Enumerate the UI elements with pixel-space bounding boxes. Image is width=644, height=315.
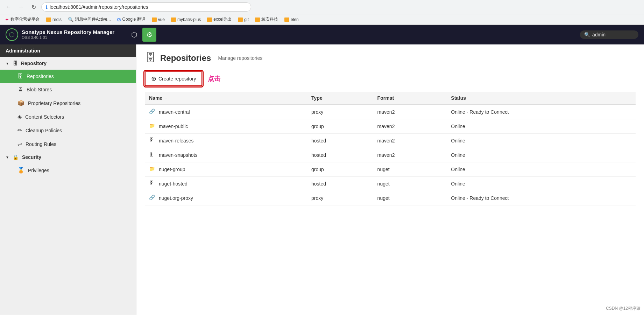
table-row[interactable]: 📁 nuget-group group nuget Online xyxy=(145,162,636,177)
sidebar-privileges-label: Privileges xyxy=(28,168,49,173)
toolbar: ⊕ Create repository 点击 xyxy=(145,71,636,86)
cleanup-icon: ✏ xyxy=(17,127,22,134)
app-logo-icon: ⬡ xyxy=(6,28,18,41)
content-header-icon: 🗄 xyxy=(145,51,156,64)
cell-format: maven2 xyxy=(373,105,447,119)
repo-name: maven-public xyxy=(159,124,188,129)
plus-icon: ⊕ xyxy=(151,75,156,83)
sidebar-item-blob-stores[interactable]: 🖥 Blob Stores xyxy=(0,83,136,96)
app-version: OSS 3.40.1-01 xyxy=(22,35,114,40)
sidebar-routing-label: Routing Rules xyxy=(26,141,56,147)
bookmark-redis[interactable]: redis xyxy=(45,16,63,23)
cell-name: 🗄 maven-releases xyxy=(145,134,307,148)
repo-icon: 🔗 xyxy=(149,195,156,202)
cell-type: hosted xyxy=(307,177,373,191)
col-header-format[interactable]: Format xyxy=(373,92,447,105)
cell-name: 🗄 maven-snapshots xyxy=(145,148,307,162)
sidebar-item-privileges[interactable]: 🏅 Privileges xyxy=(0,163,136,177)
page-subtitle: Manage repositories xyxy=(218,55,262,61)
sidebar-item-routing-rules[interactable]: ⇌ Routing Rules xyxy=(0,137,136,151)
sidebar-item-content-selectors[interactable]: ◈ Content Selectors xyxy=(0,110,136,124)
bookmark-git[interactable]: git xyxy=(236,16,250,23)
privileges-icon: 🏅 xyxy=(17,167,24,174)
col-header-name[interactable]: Name ↑ xyxy=(145,92,307,105)
cell-format: nuget xyxy=(373,177,447,191)
sidebar-item-repositories[interactable]: 🗄 Repositories xyxy=(0,70,136,83)
table-row[interactable]: 🗄 nuget-hosted hosted nuget Online xyxy=(145,177,636,191)
bookmark-label: excel导出 xyxy=(213,16,232,22)
search-icon: 🔍 xyxy=(584,32,590,37)
repositories-table: Name ↑ Type Format Status 🔗 maven-centra… xyxy=(145,92,636,205)
address-bar[interactable]: ℹ xyxy=(41,2,251,12)
blob-stores-icon: 🖥 xyxy=(17,86,23,93)
bookmark-zhu[interactable]: 筑安科技 xyxy=(254,16,279,23)
table-row[interactable]: 🗄 maven-snapshots hosted maven2 Online xyxy=(145,148,636,162)
main-area: Administration ▼ 🗄 Repository 🗄 Reposito… xyxy=(0,44,644,315)
create-repository-label: Create repository xyxy=(158,76,196,82)
browser-chrome: ← → ↻ ℹ ✦ 数字化营销平台 redis 🔍 消息中间件Active...… xyxy=(0,0,644,25)
bookmark-digita[interactable]: ✦ 数字化营销平台 xyxy=(3,16,41,23)
repo-icon: 🗄 xyxy=(149,180,156,187)
repo-name: nuget.org-proxy xyxy=(159,195,193,201)
sidebar-db-icon: 🗄 xyxy=(13,61,17,66)
repo-name: nuget-group xyxy=(159,167,185,172)
cell-type: hosted xyxy=(307,134,373,148)
back-button[interactable]: ← xyxy=(3,2,13,12)
repo-icon: 📁 xyxy=(149,123,156,130)
col-header-status[interactable]: Status xyxy=(447,92,636,105)
cell-format: maven2 xyxy=(373,148,447,162)
header-search[interactable]: 🔍 xyxy=(580,30,638,39)
sidebar-proprietary-label: Proprietary Repositories xyxy=(28,100,80,106)
admin-button[interactable]: ⚙ xyxy=(142,28,156,42)
cell-status: Online xyxy=(447,148,636,162)
cell-type: proxy xyxy=(307,191,373,205)
cell-format: maven2 xyxy=(373,134,447,148)
refresh-button[interactable]: ↻ xyxy=(29,2,38,12)
table-row[interactable]: 🗄 maven-releases hosted maven2 Online xyxy=(145,134,636,148)
cell-name: 🗄 nuget-hosted xyxy=(145,177,307,191)
header-nav-buttons: ⬡ ⚙ xyxy=(127,28,156,42)
col-header-type[interactable]: Type xyxy=(307,92,373,105)
browse-button[interactable]: ⬡ xyxy=(127,28,141,42)
arrow-down-icon: ▼ xyxy=(6,62,9,65)
sidebar-item-cleanup-policies[interactable]: ✏ Cleanup Policies xyxy=(0,124,136,137)
repo-icon: 🔗 xyxy=(149,108,156,115)
sidebar-content-selectors-label: Content Selectors xyxy=(25,114,64,120)
cell-name: 🔗 maven-central xyxy=(145,105,307,119)
table-row[interactable]: 📁 maven-public group maven2 Online xyxy=(145,119,636,134)
repositories-icon: 🗄 xyxy=(17,73,23,79)
sidebar: Administration ▼ 🗄 Repository 🗄 Reposito… xyxy=(0,44,136,315)
bookmark-label: vue xyxy=(158,17,165,22)
repo-name: maven-releases xyxy=(159,138,194,144)
sidebar-repository-group[interactable]: ▼ 🗄 Repository xyxy=(0,57,136,70)
app-logo-text: Sonatype Nexus Repository Manager OSS 3.… xyxy=(22,29,114,40)
search-input[interactable] xyxy=(592,32,634,37)
cell-type: group xyxy=(307,162,373,177)
sidebar-blob-stores-label: Blob Stores xyxy=(27,87,52,92)
content-selectors-icon: ◈ xyxy=(17,113,22,120)
page-title: Repositories xyxy=(160,53,211,63)
sidebar-item-proprietary[interactable]: 📦 Proprietary Repositories xyxy=(0,96,136,110)
url-input[interactable] xyxy=(50,4,247,10)
bookmark-excel[interactable]: excel导出 xyxy=(206,16,233,23)
content-header: 🗄 Repositories Manage repositories xyxy=(145,51,636,64)
bookmark-label: git xyxy=(244,17,249,22)
cell-name: 📁 maven-public xyxy=(145,119,307,134)
bookmark-label: 筑安科技 xyxy=(261,16,278,22)
sidebar-security-group[interactable]: ▼ 🔒 Security xyxy=(0,151,136,163)
dianji-label: 点击 xyxy=(208,75,220,83)
bookmark-mq[interactable]: 🔍 消息中间件Active... xyxy=(66,16,112,23)
bookmark-mybatis[interactable]: mybatis-plus xyxy=(170,16,202,23)
bookmark-vue[interactable]: vue xyxy=(150,16,166,23)
sort-icon: ↑ xyxy=(165,97,167,100)
cell-name: 🔗 nuget.org-proxy xyxy=(145,191,307,205)
watermark: CSDN @12程序猿 xyxy=(606,306,641,312)
cell-type: group xyxy=(307,119,373,134)
bookmark-elen[interactable]: elen xyxy=(283,16,300,23)
bookmark-translate[interactable]: G Google 翻译 xyxy=(116,16,147,23)
table-row[interactable]: 🔗 maven-central proxy maven2 Online - Re… xyxy=(145,105,636,119)
table-row[interactable]: 🔗 nuget.org-proxy proxy nuget Online - R… xyxy=(145,191,636,205)
cell-status: Online - Ready to Connect xyxy=(447,105,636,119)
create-repository-button[interactable]: ⊕ Create repository xyxy=(145,71,202,86)
forward-button[interactable]: → xyxy=(16,2,26,12)
